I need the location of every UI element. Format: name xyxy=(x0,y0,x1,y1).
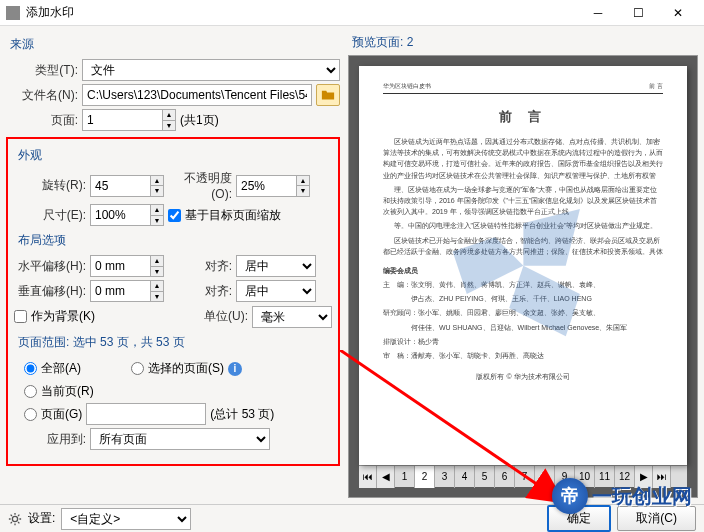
voffset-input[interactable] xyxy=(90,280,150,302)
page-3[interactable]: 3 xyxy=(435,466,455,488)
maximize-button[interactable]: ☐ xyxy=(618,0,658,26)
hoffset-spinner[interactable]: ▲▼ xyxy=(150,255,164,277)
page-input[interactable] xyxy=(82,109,162,131)
rotate-label: 旋转(R): xyxy=(14,177,86,194)
preview-header: 预览页面: 2 xyxy=(352,34,698,51)
range-title: 页面范围: 选中 53 页，共 53 页 xyxy=(18,334,332,351)
rotate-input[interactable] xyxy=(90,175,150,197)
range-pages-input[interactable] xyxy=(86,403,206,425)
source-section: 来源 类型(T): 文件 文件名(N): 页面: ▲▼ (共1页) xyxy=(6,36,340,131)
folder-icon xyxy=(321,88,335,102)
unit-select[interactable]: 毫米 xyxy=(252,306,332,328)
valign-select[interactable]: 居中 xyxy=(236,280,316,302)
appearance-title: 外观 xyxy=(18,147,332,164)
apply-to-select[interactable]: 所有页面 xyxy=(90,428,270,450)
highlighted-settings: 外观 旋转(R): ▲▼ 不透明度(O): ▲▼ 尺寸(E): ▲▼ 基于目标页… xyxy=(6,137,340,466)
opacity-input[interactable] xyxy=(236,175,296,197)
doc-line1: 主 编：张文明、黄伟、肖然、蒋博凯、方正洋、赵兵、谢帆、袁峰、 xyxy=(383,279,663,290)
page-7[interactable]: 7 xyxy=(515,466,535,488)
range-pages-label: 页面(G) xyxy=(41,406,82,423)
halign-select[interactable]: 居中 xyxy=(236,255,316,277)
browse-button[interactable] xyxy=(316,84,340,106)
type-select[interactable]: 文件 xyxy=(82,59,340,81)
app-icon xyxy=(6,6,20,20)
halign-label: 对齐: xyxy=(168,258,232,275)
window-title: 添加水印 xyxy=(26,4,74,21)
doc-footer: 版权所有 © 华为技术有限公司 xyxy=(383,371,663,382)
hoffset-input[interactable] xyxy=(90,255,150,277)
page-label: 页面: xyxy=(6,112,78,129)
fit-label: 基于目标页面缩放 xyxy=(185,207,281,224)
hoffset-label: 水平偏移(H): xyxy=(14,258,86,275)
page-count: (共1页) xyxy=(180,112,219,129)
range-pages-radio[interactable] xyxy=(24,408,37,421)
page-1[interactable]: 1 xyxy=(395,466,415,488)
unit-label: 单位(U): xyxy=(184,308,248,325)
doc-p2: 理、区块链地在成为一场全球参与竞逐的"军备"大赛，中国也从战略层面给出重要定位和… xyxy=(383,184,663,218)
settings-label: 设置: xyxy=(28,510,55,527)
voffset-label: 垂直偏移(H): xyxy=(14,283,86,300)
settings-select[interactable]: <自定义> xyxy=(61,508,191,530)
layout-title: 布局选项 xyxy=(18,232,332,249)
valign-label: 对齐: xyxy=(168,283,232,300)
apply-to-label: 应用到: xyxy=(14,431,86,448)
opacity-spinner[interactable]: ▲▼ xyxy=(296,175,310,197)
site-badge: 帝 xyxy=(552,478,588,514)
scale-label: 尺寸(E): xyxy=(14,207,86,224)
doc-header-left: 华为区块链白皮书 xyxy=(383,82,431,91)
titlebar: 添加水印 ─ ☐ ✕ xyxy=(0,0,704,26)
committee-title: 编委会成员 xyxy=(383,265,663,276)
doc-line4: 何佳佳、WU SHUANG、吕迎钻、Wilbert Michael Genove… xyxy=(383,322,663,333)
page-6[interactable]: 6 xyxy=(495,466,515,488)
preview-page: 华为区块链白皮书 前 言 前 言 区块链成为近两年热点话题，因其通过分布式数据存… xyxy=(359,66,687,465)
doc-line6: 审 稿：潘献寿、张小军、胡晓卡、刘再胜、高晓达 xyxy=(383,350,663,361)
right-panel: 预览页面: 2 华为区块链白皮书 前 言 前 言 区块链成为近两年热点话题，因其… xyxy=(346,30,700,500)
range-selected-label: 选择的页面(S) xyxy=(148,360,224,377)
doc-p4: 区块链技术已开始与金融业务深度结合，智能合约、跨链经济、联邦会员区域及交易所都已… xyxy=(383,235,663,257)
range-all-label: 全部(A) xyxy=(41,360,81,377)
doc-title: 前 言 xyxy=(383,108,663,126)
nav-first-button[interactable]: ⏮ xyxy=(359,466,377,488)
info-icon[interactable]: i xyxy=(228,362,242,376)
source-title: 来源 xyxy=(10,36,340,53)
doc-header-right: 前 言 xyxy=(649,82,663,91)
page-4[interactable]: 4 xyxy=(455,466,475,488)
appearance-section: 外观 旋转(R): ▲▼ 不透明度(O): ▲▼ 尺寸(E): ▲▼ 基于目标页… xyxy=(14,147,332,226)
nav-prev-button[interactable]: ◀ xyxy=(377,466,395,488)
page-5[interactable]: 5 xyxy=(475,466,495,488)
range-all-radio[interactable] xyxy=(24,362,37,375)
rotate-spinner[interactable]: ▲▼ xyxy=(150,175,164,197)
voffset-spinner[interactable]: ▲▼ xyxy=(150,280,164,302)
layout-section: 布局选项 水平偏移(H): ▲▼ 对齐: 居中 垂直偏移(H): ▲▼ 对齐: … xyxy=(14,232,332,328)
minimize-button[interactable]: ─ xyxy=(578,0,618,26)
range-current-label: 当前页(R) xyxy=(41,383,94,400)
close-button[interactable]: ✕ xyxy=(658,0,698,26)
filename-label: 文件名(N): xyxy=(6,87,78,104)
preview-area: 华为区块链白皮书 前 言 前 言 区块链成为近两年热点话题，因其通过分布式数据存… xyxy=(348,55,698,498)
as-bg-label: 作为背景(K) xyxy=(31,308,95,325)
gear-icon[interactable] xyxy=(8,512,22,526)
range-total: (总计 53 页) xyxy=(210,406,274,423)
svg-point-0 xyxy=(12,516,17,521)
site-text: 一玩创业网 xyxy=(592,483,692,510)
scale-spinner[interactable]: ▲▼ xyxy=(150,204,164,226)
doc-line2: 伊占杰、ZHU PEIYING、何琪、王乐、千仟、LIAO HENG xyxy=(383,293,663,304)
range-selected-radio[interactable] xyxy=(131,362,144,375)
as-bg-checkbox[interactable] xyxy=(14,310,27,323)
range-section: 页面范围: 选中 53 页，共 53 页 全部(A) 选择的页面(S)i 当前页… xyxy=(14,334,332,450)
filename-input[interactable] xyxy=(82,84,312,106)
range-current-radio[interactable] xyxy=(24,385,37,398)
doc-p3: 等。中国的闪电理念注入"区块链特性指标平台创业社会"等均对区块链做出产业规定。 xyxy=(383,220,663,231)
page-spinner[interactable]: ▲▼ xyxy=(162,109,176,131)
type-label: 类型(T): xyxy=(6,62,78,79)
scale-input[interactable] xyxy=(90,204,150,226)
page-2[interactable]: 2 xyxy=(415,466,435,488)
doc-line3: 研究顾问：张小军、姚顺、田园君、廖巨明、余文超、张婷、吴支敏、 xyxy=(383,307,663,318)
left-panel: 来源 类型(T): 文件 文件名(N): 页面: ▲▼ (共1页) xyxy=(4,30,342,500)
doc-line5: 排版设计：杨少青 xyxy=(383,336,663,347)
site-watermark: 帝 一玩创业网 xyxy=(552,478,692,514)
fit-checkbox[interactable] xyxy=(168,209,181,222)
doc-p1: 区块链成为近两年热点话题，因其通过分布式数据存储、点对点传播、共识机制、加密算法… xyxy=(383,136,663,181)
opacity-label: 不透明度(O): xyxy=(168,170,232,201)
